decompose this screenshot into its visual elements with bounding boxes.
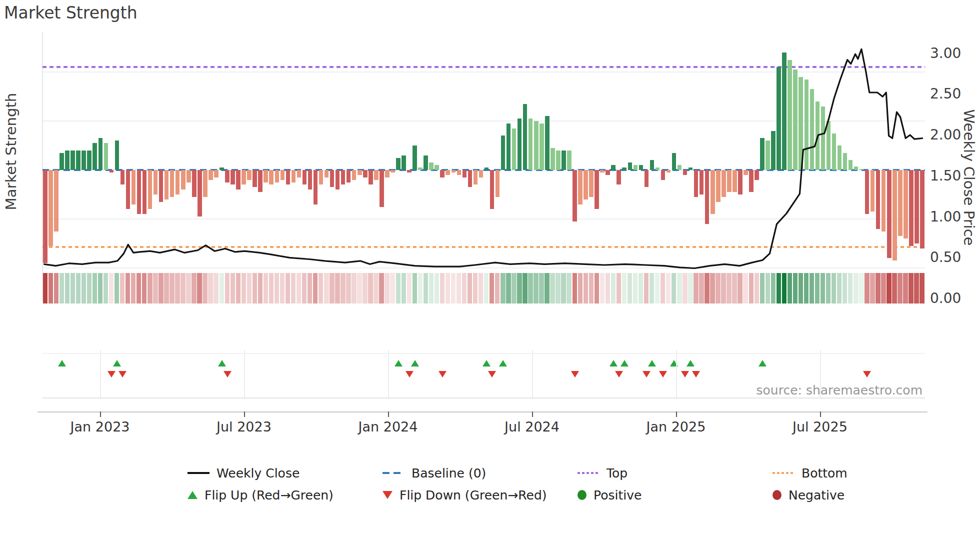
flip-up-marker	[58, 360, 66, 366]
heatmap-cell	[180, 273, 185, 304]
heatmap-cell	[357, 273, 362, 304]
x-tick	[244, 412, 245, 417]
flip-down-marker	[438, 371, 446, 378]
heatmap-cell	[749, 273, 754, 304]
heatmap-cell	[837, 273, 842, 304]
flip-up-marker	[610, 360, 618, 366]
heatmap-cell	[142, 273, 146, 304]
heatmap-cell	[920, 273, 924, 304]
heatmap-cell	[451, 273, 456, 304]
heatmap-cell	[566, 273, 571, 304]
heatmap-cell	[120, 273, 124, 304]
heatmap-cell	[682, 273, 687, 304]
heatmap-cell	[754, 273, 759, 304]
heatmap-cell	[48, 273, 53, 304]
heatmap-cell	[854, 273, 858, 304]
top-line-swatch	[578, 472, 600, 474]
heatmap-cell	[500, 273, 505, 304]
flip-up-marker	[394, 360, 402, 366]
heatmap-cell	[589, 273, 594, 304]
legend-item-negative: Negative	[772, 484, 968, 506]
heatmap-cell	[820, 273, 825, 304]
strength-heatmap-strip	[42, 273, 925, 304]
heatmap-cell	[104, 273, 108, 304]
flip-down-marker	[406, 371, 414, 378]
heatmap-cell	[98, 273, 102, 304]
heatmap-cell	[842, 273, 847, 304]
heatmap-cell	[148, 273, 152, 304]
heatmap-cell	[606, 273, 610, 304]
x-tick-label: Jan 2024	[343, 419, 433, 434]
band-top-line	[42, 353, 925, 354]
heatmap-cell	[677, 273, 682, 304]
heatmap-cell	[220, 273, 224, 304]
heatmap-cell	[726, 273, 731, 304]
band-gridline	[244, 350, 245, 398]
heatmap-cell	[197, 273, 202, 304]
band-gridline	[532, 350, 533, 398]
heatmap-cell	[832, 273, 836, 304]
heatmap-cell	[390, 273, 394, 304]
heatmap-cell	[495, 273, 500, 304]
heatmap-cell	[258, 273, 262, 304]
heatmap-cell	[544, 273, 549, 304]
heatmap-cell	[424, 273, 428, 304]
heatmap-cell	[170, 273, 174, 304]
heatmap-cell	[264, 273, 268, 304]
heatmap-cell	[296, 273, 301, 304]
heatmap-cell	[628, 273, 632, 304]
heatmap-cell	[158, 273, 163, 304]
heatmap-cell	[164, 273, 168, 304]
legend-label: Top	[606, 466, 628, 480]
heatmap-cell	[859, 273, 864, 304]
heatmap-cell	[302, 273, 306, 304]
flip-up-marker	[482, 360, 490, 366]
flip-down-marker	[571, 371, 579, 378]
heatmap-cell	[346, 273, 350, 304]
legend-label: Bottom	[802, 466, 848, 480]
heatmap-cell	[252, 273, 257, 304]
weekly-close-line-swatch	[188, 472, 210, 474]
heatmap-cell	[136, 273, 141, 304]
flip-down-marker	[488, 371, 496, 378]
heatmap-cell	[738, 273, 742, 304]
heatmap-cell	[87, 273, 92, 304]
heatmap-cell	[468, 273, 472, 304]
x-tick	[532, 412, 533, 417]
heatmap-cell	[407, 273, 412, 304]
heatmap-cell	[324, 273, 328, 304]
flip-down-marker	[659, 371, 667, 378]
heatmap-cell	[247, 273, 252, 304]
heatmap-cell	[903, 273, 908, 304]
flip-up-marker	[499, 360, 507, 366]
legend-label: Weekly Close	[216, 466, 300, 480]
heatmap-cell	[208, 273, 212, 304]
heatmap-cell	[362, 273, 367, 304]
flip-up-marker	[620, 360, 628, 366]
heatmap-cell	[815, 273, 820, 304]
heatmap-cell	[379, 273, 384, 304]
heatmap-cell	[908, 273, 913, 304]
heatmap-cell	[274, 273, 279, 304]
heatmap-cell	[186, 273, 190, 304]
heatmap-cell	[131, 273, 136, 304]
flip-up-marker	[411, 360, 419, 366]
flip-down-marker	[642, 371, 650, 378]
x-tick	[676, 412, 677, 417]
heatmap-cell	[550, 273, 554, 304]
y-tick-label-right: 1.00	[930, 208, 975, 225]
flip-down-marker	[681, 371, 689, 378]
y-tick-label-right: 1.50	[930, 168, 975, 184]
flip-up-triangle-icon	[188, 491, 198, 499]
heatmap-cell	[517, 273, 522, 304]
heatmap-cell	[368, 273, 372, 304]
heatmap-cell	[286, 273, 290, 304]
heatmap-cell	[776, 273, 781, 304]
heatmap-cell	[539, 273, 544, 304]
heatmap-cell	[848, 273, 852, 304]
heatmap-cell	[313, 273, 318, 304]
heatmap-cell	[60, 273, 64, 304]
heatmap-cell	[330, 273, 334, 304]
y-tick-label-right: 0.50	[930, 249, 975, 266]
heatmap-cell	[484, 273, 488, 304]
